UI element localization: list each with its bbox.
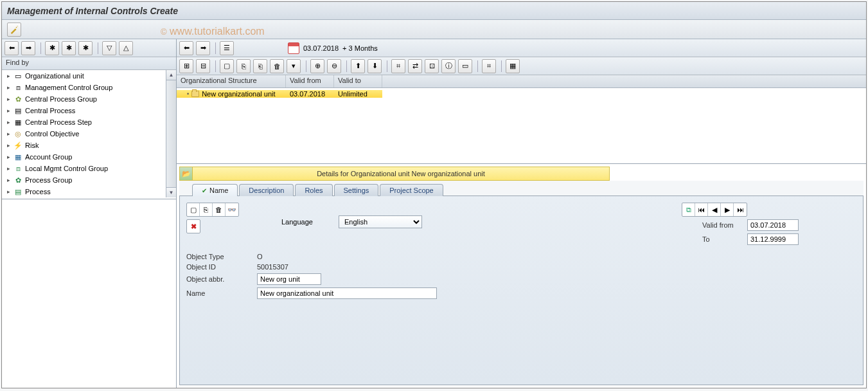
obj-abbr-label: Object abbr. [186,275,257,283]
collapse-all-icon[interactable]: ⊖ [327,59,341,73]
scroll-up-icon[interactable]: ▲ [166,70,176,80]
left-lower-pane [2,199,176,388]
prev-icon[interactable]: ◀ [708,203,721,216]
favorite3-icon[interactable]: ✱ [78,41,93,55]
obj-type-label: Object Type [186,253,257,260]
tree-item-process[interactable]: ▸▤Process [2,186,176,197]
list-icon[interactable]: ☰ [220,41,234,55]
where-used-icon[interactable]: ⊡ [425,59,439,73]
tree-item-risk[interactable]: ▸⚡Risk [2,140,176,151]
layout2-icon[interactable]: ⊟ [196,59,210,73]
obj-id-label: Object ID [186,263,257,271]
tree-area: ▸▭Organizational unit ▸⧈Management Contr… [2,70,176,197]
valid-to-label: To [702,235,747,243]
scroll-down-icon[interactable]: ▼ [166,187,176,197]
col-valid-from[interactable]: Valid from [286,75,334,87]
hierarchy-icon[interactable]: ⌗ [391,59,405,73]
wand-icon[interactable] [7,23,21,37]
cp-icon: ▤ [13,106,22,115]
row-from: 03.07.2018 [286,90,334,98]
tab-content: ▢ ⎘ 🗑 👓 ✖ Language English [179,196,864,385]
details-title: Details for Organizational unit New orga… [193,170,609,177]
layout1-icon[interactable]: ⊞ [179,59,193,73]
find-by-header: Find by [2,57,176,70]
details-header: 📂 Details for Organizational unit New or… [179,167,610,181]
app-frame: Management of Internal Controls Create ©… [1,1,867,388]
next-icon[interactable]: ▶ [721,203,734,216]
chart-icon[interactable]: ⧉ [682,203,695,216]
paste-icon[interactable]: ⎗ [253,59,267,73]
structure-icon[interactable]: ⌗ [482,59,496,73]
left-pane: ⬅ ➡ ✱ ✱ ✱ ▽ △ Find by ▸▭Organizational u… [2,39,177,388]
nav-forward-icon[interactable]: ➡ [21,41,35,55]
row-to: Unlimited [334,90,382,98]
glasses-icon[interactable]: 👓 [226,203,238,216]
tree-item-central-process-group[interactable]: ▸✿Central Process Group [2,93,176,105]
collapse-icon[interactable]: △ [119,41,133,55]
right-toolbar-1: ⬅ ➡ ☰ 03.07.2018 + 3 Months [177,39,866,57]
tab-description[interactable]: Description [239,184,294,196]
create-icon[interactable]: ▢ [220,59,234,73]
tree-item-org-unit[interactable]: ▸▭Organizational unit [2,70,176,82]
delete-icon[interactable]: 🗑 [270,59,284,73]
tab-name[interactable]: Name [192,184,238,196]
favorite2-icon[interactable]: ✱ [62,41,76,55]
first-icon[interactable]: ⏮ [695,203,708,216]
tree-item-account-group[interactable]: ▸▦Account Group [2,151,176,163]
copy-icon[interactable]: ⎘ [200,203,213,216]
info-icon[interactable]: ⓘ [441,59,456,73]
remove-button[interactable]: ✖ [186,219,200,233]
nav-back-icon[interactable]: ⬅ [4,41,19,55]
tree-item-process-group[interactable]: ▸✿Process Group [2,174,176,186]
svg-point-0 [16,26,17,28]
assign-icon[interactable]: ⇄ [408,59,422,73]
title-bar: Management of Internal Controls Create [2,2,866,20]
date-value: 03.07.2018 [303,44,339,52]
name-label: Name [186,289,257,297]
language-select[interactable]: English [339,215,422,228]
tree-item-central-process[interactable]: ▸▤Central Process [2,105,176,116]
risk-icon: ⚡ [13,141,22,150]
last-icon[interactable]: ⏭ [734,203,747,216]
expand-all-icon[interactable]: ⊕ [310,59,324,73]
svg-point-1 [17,26,18,26]
tab-roles[interactable]: Roles [295,184,332,196]
doc-icon[interactable]: ▭ [458,59,472,73]
expand-icon[interactable]: ▽ [102,41,116,55]
tree-item-mgmt-control-group[interactable]: ▸⧈Management Control Group [2,82,176,93]
dropdown-icon[interactable]: ▾ [287,59,301,73]
lmcg-icon: ⧈ [13,164,22,173]
valid-to-input[interactable] [747,233,799,245]
move-up-icon[interactable]: ⬆ [351,59,365,73]
mcg-icon: ⧈ [13,83,22,92]
tab-settings[interactable]: Settings [334,184,379,196]
valid-from-label: Valid from [702,221,747,229]
tabstrip: Name Description Roles Settings Project … [179,181,864,196]
tree-item-central-process-step[interactable]: ▸▦Central Process Step [2,116,176,128]
right-pane: ⬅ ➡ ☰ 03.07.2018 + 3 Months ⊞ ⊟ ▢ ⎘ ⎗ 🗑 … [177,39,866,388]
copy-icon[interactable]: ⎘ [236,59,251,73]
valid-from-input[interactable] [747,219,799,231]
favorite1-icon[interactable]: ✱ [45,41,59,55]
name-input[interactable] [257,287,437,299]
tab-project-scope[interactable]: Project Scope [380,184,443,196]
column-config-icon[interactable]: ▦ [506,59,520,73]
tree-scrollbar[interactable]: ▲ ▼ [166,70,176,197]
folder-icon [191,91,199,97]
trash-icon[interactable]: 🗑 [213,203,226,216]
new-icon[interactable]: ▢ [187,203,200,216]
nav-forward-icon[interactable]: ➡ [196,41,210,55]
move-down-icon[interactable]: ⬇ [368,59,382,73]
proc-icon: ▤ [13,187,22,196]
col-org-structure[interactable]: Organizational Structure [177,75,286,87]
tree-item-local-mgmt-control-group[interactable]: ▸⧈Local Mgmt Control Group [2,163,176,174]
calendar-icon[interactable] [288,42,299,54]
tree-item-control-objective[interactable]: ▸◎Control Objective [2,128,176,140]
grid-body: • New organizational unit 03.07.2018 Unl… [177,88,866,164]
grid-row[interactable]: • New organizational unit 03.07.2018 Unl… [177,88,866,100]
nav-back-icon[interactable]: ⬅ [179,41,193,55]
col-valid-to[interactable]: Valid to [334,75,382,87]
obj-abbr-input[interactable] [257,273,321,285]
page-title: Management of Internal Controls Create [7,6,178,16]
record-nav: ⧉ ⏮ ◀ ▶ ⏭ [682,203,747,217]
